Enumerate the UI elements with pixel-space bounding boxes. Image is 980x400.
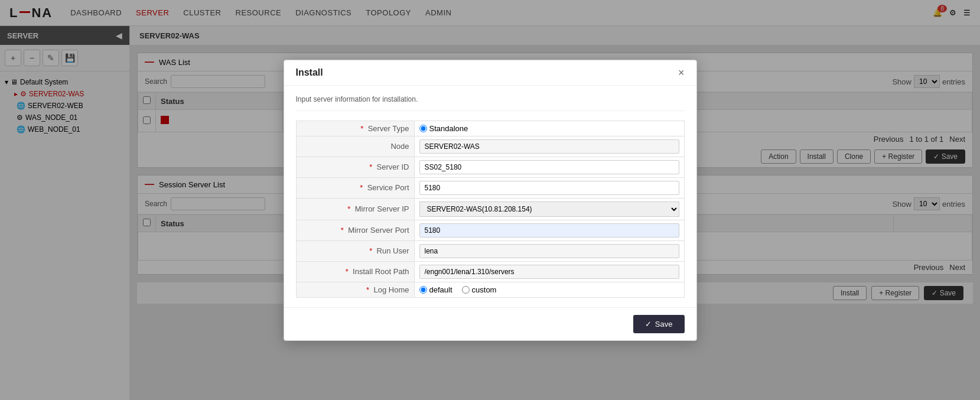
form-label-server-type: * Server Type (296, 121, 414, 136)
log-home-radio-group: default custom (419, 285, 679, 294)
modal-title: Install (296, 67, 323, 78)
service-port-input[interactable] (419, 181, 679, 195)
radio-standalone-input[interactable] (419, 125, 427, 132)
form-label-run-user: * Run User (296, 240, 414, 261)
form-row-service-port: * Service Port (296, 177, 684, 198)
form-value-run-user (414, 240, 684, 261)
form-value-server-type: Standalone (414, 121, 684, 136)
required-star-7: * (346, 267, 349, 276)
form-label-log-home: * Log Home (296, 282, 414, 297)
node-input (419, 139, 679, 154)
form-value-mirror-server-port (414, 220, 684, 240)
required-star-6: * (369, 246, 372, 255)
form-label-server-id: * Server ID (296, 157, 414, 177)
required-star-2: * (369, 162, 372, 171)
form-value-mirror-server-ip: SERVER02-WAS(10.81.208.154) (414, 198, 684, 220)
save-checkmark-icon: ✓ (645, 320, 652, 329)
radio-default[interactable]: default (419, 285, 452, 294)
run-user-input (419, 244, 679, 258)
radio-standalone-label: Standalone (429, 124, 468, 133)
required-star-5: * (341, 226, 344, 235)
modal-overlay: Install × Input server information for i… (0, 0, 980, 400)
modal-description: Input server information for installatio… (296, 95, 685, 111)
install-form-table: * Server Type Standalone (296, 121, 685, 298)
form-row-run-user: * Run User (296, 240, 684, 261)
mirror-server-ip-select[interactable]: SERVER02-WAS(10.81.208.154) (419, 201, 679, 217)
form-value-service-port (414, 177, 684, 198)
radio-standalone[interactable]: Standalone (419, 124, 468, 133)
form-value-node (414, 136, 684, 157)
form-label-node: Node (296, 136, 414, 157)
form-row-mirror-server-ip: * Mirror Server IP SERVER02-WAS(10.81.20… (296, 198, 684, 220)
form-label-install-root-path: * Install Root Path (296, 261, 414, 282)
form-label-mirror-server-ip: * Mirror Server IP (296, 198, 414, 220)
radio-default-input[interactable] (419, 286, 427, 294)
modal-body: Input server information for installatio… (284, 86, 696, 307)
required-star-0: * (360, 124, 363, 133)
required-star-8: * (366, 285, 369, 294)
required-star-3: * (360, 183, 363, 192)
form-value-log-home: default custom (414, 282, 684, 297)
required-star-4: * (347, 204, 350, 213)
radio-custom-input[interactable] (462, 286, 470, 294)
form-row-server-id: * Server ID (296, 157, 684, 177)
modal-footer: ✓ Save (284, 307, 696, 340)
form-label-mirror-server-port: * Mirror Server Port (296, 220, 414, 240)
form-value-install-root-path (414, 261, 684, 282)
modal-header: Install × (284, 60, 696, 86)
form-value-server-id (414, 157, 684, 177)
server-type-radio-group: Standalone (419, 124, 679, 133)
form-label-service-port: * Service Port (296, 177, 414, 198)
radio-default-label: default (429, 285, 452, 294)
modal-save-label: Save (655, 320, 673, 329)
radio-custom-label: custom (472, 285, 497, 294)
form-row-server-type: * Server Type Standalone (296, 121, 684, 136)
install-root-path-input (419, 265, 679, 279)
server-id-input[interactable] (419, 160, 679, 174)
mirror-server-port-input[interactable] (419, 223, 679, 238)
form-row-install-root-path: * Install Root Path (296, 261, 684, 282)
form-row-node: Node (296, 136, 684, 157)
form-row-log-home: * Log Home default c (296, 282, 684, 297)
modal-close-button[interactable]: × (678, 67, 685, 78)
install-modal: Install × Input server information for i… (284, 60, 697, 341)
form-row-mirror-server-port: * Mirror Server Port (296, 220, 684, 240)
modal-save-button[interactable]: ✓ Save (633, 315, 685, 333)
radio-custom[interactable]: custom (462, 285, 497, 294)
